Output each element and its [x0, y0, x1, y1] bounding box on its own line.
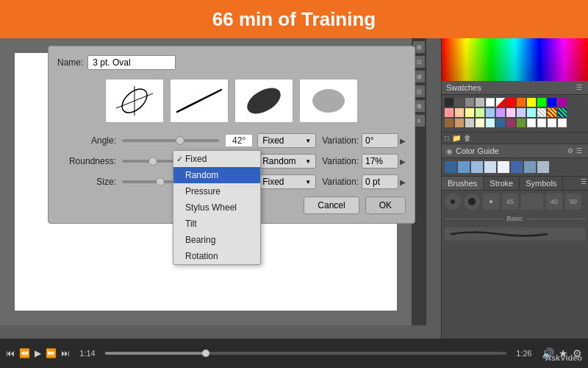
play-btn[interactable]: ▶: [35, 348, 41, 358]
swatches-delete-btn[interactable]: 🗑: [464, 134, 471, 142]
angle-variation-label: Variation:: [322, 135, 359, 146]
brush-item-1[interactable]: [445, 194, 461, 210]
swatch-brown[interactable]: [445, 118, 453, 127]
swatch-black[interactable]: [445, 98, 453, 107]
swatch-red[interactable]: [506, 98, 515, 107]
swatch-white-5[interactable]: [558, 118, 567, 127]
swatch-purple[interactable]: [558, 98, 567, 107]
angle-slider-thumb[interactable]: [176, 136, 184, 145]
cg-swatch-2[interactable]: [458, 161, 470, 173]
size-dropdown-arrow: ▼: [305, 179, 311, 185]
swatch-gray[interactable]: [465, 98, 474, 107]
step-forward-btn[interactable]: ⏩: [46, 348, 57, 358]
brush-item-50[interactable]: 50: [565, 194, 581, 210]
brush-item-2[interactable]: [464, 194, 480, 210]
color-guide-menu-btn[interactable]: ☰: [575, 147, 584, 155]
tab-brushes[interactable]: Brushes: [442, 177, 484, 190]
swatch-periwinkle[interactable]: [517, 108, 526, 117]
swatch-magenta[interactable]: [506, 118, 515, 127]
cg-swatch-3[interactable]: [471, 161, 483, 173]
roundness-slider-thumb[interactable]: [148, 157, 157, 166]
swatch-navy[interactable]: [496, 118, 505, 127]
cg-swatch-5[interactable]: [498, 161, 509, 173]
cg-swatch-4[interactable]: [484, 161, 496, 173]
swatch-cyan[interactable]: [527, 108, 536, 117]
brushes-menu-btn[interactable]: ☰: [581, 178, 587, 188]
name-input[interactable]: [87, 55, 176, 70]
cg-swatch-8[interactable]: [537, 161, 549, 173]
swatch-light-yellow[interactable]: [465, 108, 474, 117]
cg-swatch-7[interactable]: [524, 161, 536, 173]
swatch-light-cyan[interactable]: [486, 118, 495, 127]
color-guide-title: Color Guide: [456, 146, 566, 155]
swatch-lavender[interactable]: [496, 108, 505, 117]
swatch-white-2[interactable]: [527, 118, 536, 127]
size-slider-thumb[interactable]: [156, 177, 165, 186]
dropdown-item-tilt[interactable]: Tilt: [173, 216, 260, 232]
swatches-new-btn[interactable]: □: [445, 134, 449, 142]
cg-swatch-6[interactable]: [511, 161, 523, 173]
size-dropdown[interactable]: Fixed ▼: [257, 174, 316, 189]
roundness-dropdown[interactable]: Random ▼: [257, 154, 316, 169]
cg-swatch-1[interactable]: [445, 161, 456, 173]
swatch-white[interactable]: [486, 98, 495, 107]
brushes-content: 45 40 50 Basic: [442, 191, 588, 244]
swatch-light-blue[interactable]: [486, 108, 495, 117]
angle-dropdown[interactable]: Fixed ▼: [257, 133, 316, 148]
brush-item-3[interactable]: [483, 194, 499, 210]
brush-stroke-preview[interactable]: [445, 227, 585, 241]
swatch-yellow[interactable]: [527, 98, 536, 107]
dropdown-item-rotation[interactable]: Rotation: [173, 248, 260, 264]
swatch-olive[interactable]: [517, 118, 526, 127]
tab-stroke[interactable]: Stroke: [484, 177, 520, 190]
tab-symbols[interactable]: Symbols: [520, 177, 563, 190]
swatch-peach[interactable]: [455, 108, 464, 117]
timeline: ⏮ ⏪ ▶ ⏩ ⏭ 1:14 1:26 🔊 ★ ⚙ AskVideo: [0, 339, 588, 368]
swatch-white-3[interactable]: [537, 118, 546, 127]
skip-back-btn[interactable]: ⏮: [6, 348, 15, 358]
dropdown-item-stylus-wheel[interactable]: Stylus Wheel: [173, 199, 260, 216]
timeline-bar[interactable]: [105, 352, 506, 355]
swatches-content: [442, 95, 588, 132]
color-spectrum[interactable]: [442, 38, 588, 81]
angle-variation-input[interactable]: [362, 133, 398, 148]
roundness-variation-input[interactable]: [362, 154, 398, 169]
swatch-none[interactable]: [496, 98, 505, 107]
swatch-green[interactable]: [537, 98, 546, 107]
swatch-tan[interactable]: [455, 118, 464, 127]
dropdown-item-random[interactable]: Random: [173, 167, 260, 183]
swatch-silver[interactable]: [465, 118, 474, 127]
swatch-pattern-2[interactable]: [548, 108, 556, 117]
swatch-pattern[interactable]: [537, 108, 546, 117]
dropdown-item-fixed[interactable]: Fixed: [173, 151, 260, 167]
swatch-white-4[interactable]: [548, 118, 556, 127]
brush-row-2: [521, 194, 543, 210]
dropdown-item-bearing[interactable]: Bearing: [173, 232, 260, 248]
dropdown-item-pressure[interactable]: Pressure: [173, 183, 260, 199]
size-variation-input[interactable]: [362, 174, 398, 189]
angle-dropdown-arrow: ▼: [305, 138, 311, 144]
cancel-button[interactable]: Cancel: [304, 197, 359, 214]
swatches-folder-btn[interactable]: 📁: [452, 134, 461, 142]
step-back-btn[interactable]: ⏪: [19, 348, 30, 358]
svg-point-5: [312, 89, 345, 113]
ok-button[interactable]: OK: [365, 197, 406, 214]
swatch-pink[interactable]: [445, 108, 453, 117]
swatch-dark-gray[interactable]: [455, 98, 464, 107]
swatch-cream[interactable]: [476, 118, 484, 127]
swatch-pattern-3[interactable]: [558, 108, 567, 117]
swatch-row-2: [445, 108, 585, 117]
color-guide-settings-btn[interactable]: ⚙: [566, 147, 575, 155]
swatch-light-gray[interactable]: [476, 98, 484, 107]
swatch-light-green[interactable]: [476, 108, 484, 117]
swatch-light-purple[interactable]: [506, 108, 515, 117]
timeline-marker[interactable]: [202, 350, 209, 357]
swatch-blue[interactable]: [548, 98, 556, 107]
brush-item-45[interactable]: 45: [502, 194, 518, 210]
swatches-menu-btn[interactable]: ☰: [575, 84, 584, 91]
svg-point-4: [243, 82, 284, 118]
skip-forward-btn[interactable]: ⏭: [61, 348, 70, 358]
size-dropdown-selected: Fixed: [262, 177, 284, 187]
brush-item-40[interactable]: 40: [546, 194, 562, 210]
swatch-orange[interactable]: [517, 98, 526, 107]
